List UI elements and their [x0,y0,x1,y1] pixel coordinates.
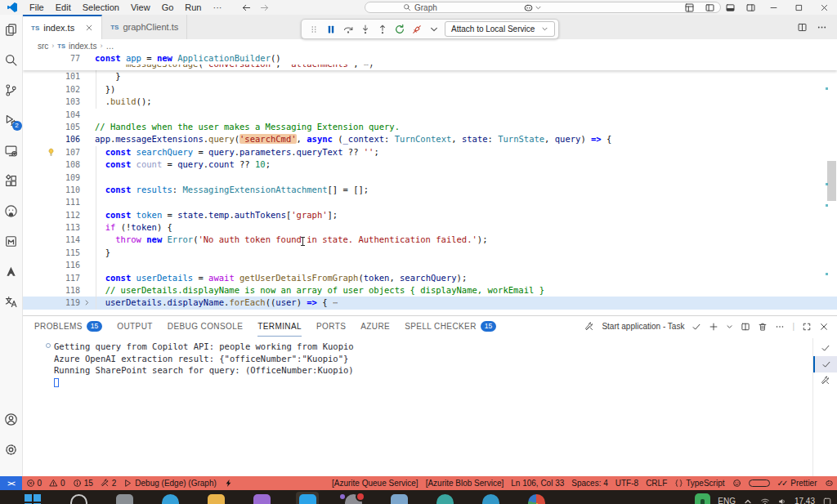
panel-more-actions-button[interactable] [775,322,785,332]
toggle-secondary-sidebar-button[interactable] [745,2,756,13]
editor-gutter[interactable]: 118 [23,284,93,297]
code-line-104[interactable]: 104 [23,109,837,121]
sidebar-item-translator[interactable] [0,287,23,317]
editor-gutter[interactable]: 115 [23,247,93,259]
toolbar-chevron[interactable] [425,20,442,38]
sidebar-item-search[interactable] [0,45,23,75]
skype[interactable] [468,494,513,504]
encoding[interactable]: UTF-8 [611,476,642,490]
tasks-indicator[interactable]: 2 [96,476,120,490]
search-button[interactable] [56,494,101,504]
editor-gutter[interactable]: 108 [23,158,93,171]
menu-item-file[interactable]: File [24,0,50,15]
azurite-blob-service[interactable]: [Azurite Blob Service] [422,476,508,490]
close-tab-button[interactable] [85,24,93,32]
step-into-button[interactable] [356,20,374,38]
customize-layout-button[interactable] [684,2,695,13]
problems-infos[interactable]: 15 [69,476,96,490]
code-line-116[interactable]: 116 [23,259,837,271]
editor-gutter[interactable]: 107 [23,146,93,158]
code-line-117[interactable]: 117 const userDetails = await getUserDet… [23,272,837,284]
restart-button[interactable] [391,20,408,38]
task-check-2[interactable] [813,356,837,372]
copilot-status[interactable] [821,476,837,490]
go-forward-button[interactable] [259,2,270,13]
code-line-110[interactable]: 110 const results: MessagingExtensionAtt… [23,184,837,196]
editor-gutter[interactable]: 104 [23,109,93,121]
maximize-panel-button[interactable] [802,322,812,332]
split-editor-button[interactable] [797,22,808,33]
editor-gutter[interactable]: 77 [23,52,93,65]
lightbulb-icon[interactable] [47,148,56,157]
sidebar-item-extensions[interactable] [0,166,23,196]
editor-gutter[interactable]: 110 [23,184,93,196]
new-terminal-button[interactable] [709,322,718,332]
menu-item-run[interactable]: Run [179,0,207,15]
close-window-button[interactable] [820,3,829,12]
maximize-button[interactable] [794,3,803,12]
task-tools[interactable] [813,372,837,389]
disconnect-button[interactable] [408,20,425,38]
code-line-109[interactable]: 109 [23,172,837,184]
language-mode[interactable]: TypeScript [671,476,728,490]
remote-indicator[interactable]: >< [0,476,22,490]
panel-tab-problems[interactable]: PROBLEMS15 [34,316,102,337]
code-line-106[interactable]: 106app.messageExtensions.query('searchCm… [23,133,837,145]
terminal-profile-chevron[interactable] [726,322,733,332]
sidebar-item-run-and-debug[interactable]: 2 [0,105,23,136]
vscode[interactable] [284,494,330,504]
step-over-button[interactable] [339,20,356,38]
code-line-111[interactable]: 111 [23,196,837,208]
sidebar-item-explorer[interactable] [0,15,23,45]
editor-gutter[interactable]: 113 [23,221,93,234]
cursor-position[interactable]: Ln 106, Col 33 [508,476,568,490]
step-out-button[interactable] [374,20,391,38]
code-line-119[interactable]: 119 userDetails.displayName.forEach((use… [23,297,837,309]
kill-terminal-button[interactable] [758,322,768,332]
sidebar-item-github[interactable] [0,196,23,226]
editor-gutter[interactable]: 119 [23,297,93,309]
editor-gutter[interactable] [23,65,93,70]
editor-gutter[interactable]: 112 [23,209,93,221]
teams-notification[interactable] [330,494,376,504]
wifi-icon[interactable] [760,497,770,504]
terminal-output[interactable]: Getting query from Copilot API: people w… [23,338,812,476]
menu-item-view[interactable]: View [125,0,156,15]
tunnel-toggle[interactable] [745,476,773,490]
panel-tab-output[interactable]: OUTPUT [117,316,153,337]
scrollbar-thumb[interactable] [827,161,836,201]
breadcrumb-file[interactable]: index.ts [69,42,96,51]
editor-gutter[interactable]: 105 [23,121,93,133]
code-line-108[interactable]: 108 const count = query.count ?? 10; [23,158,837,171]
panel-tab-terminal[interactable]: TERMINAL [257,316,302,337]
panel-tab-debug-console[interactable]: DEBUG CONSOLE [168,316,243,337]
task-check-1[interactable] [813,340,837,356]
file-explorer[interactable] [193,494,239,504]
sidebar-item-settings[interactable] [0,435,23,465]
speaker-icon[interactable] [777,497,787,504]
tab-index.ts[interactable]: TSindex.ts [23,15,102,39]
sidebar-item-teams-toolkit[interactable] [0,226,23,256]
problems-warnings[interactable]: 0 [46,476,69,490]
feedback-smiley[interactable] [728,476,745,490]
code-line-105[interactable]: 105// Handles when the user makes a Mess… [23,121,837,133]
recorder-app-icon[interactable] [695,493,710,504]
pause-button[interactable] [322,20,339,38]
go-back-button[interactable] [241,2,252,13]
language-indicator[interactable]: ENG [718,497,736,504]
sidebar-item-remote-explorer[interactable] [0,136,23,166]
task-view[interactable] [101,494,147,504]
code-line-118[interactable]: 118 // userDetails.displayName is now an… [23,284,837,297]
menu-item-edit[interactable]: Edit [50,0,77,15]
visual-studio[interactable] [239,494,284,504]
toggle-sidebar-button[interactable] [705,2,715,13]
breadcrumb-symbol[interactable]: … [105,42,114,51]
editor-gutter[interactable]: 106 [23,133,93,145]
code-editor[interactable]: 77const app = new ApplicationBuilder() m… [23,52,837,315]
prettier[interactable]: ✓✓Prettier [773,476,821,490]
tab-graphClient.ts[interactable]: TSgraphClient.ts [102,15,187,39]
copilot-button[interactable] [523,0,542,15]
notification-icon[interactable] [822,497,832,504]
minimize-button[interactable] [769,3,778,12]
command-center[interactable]: Graph [365,2,721,13]
